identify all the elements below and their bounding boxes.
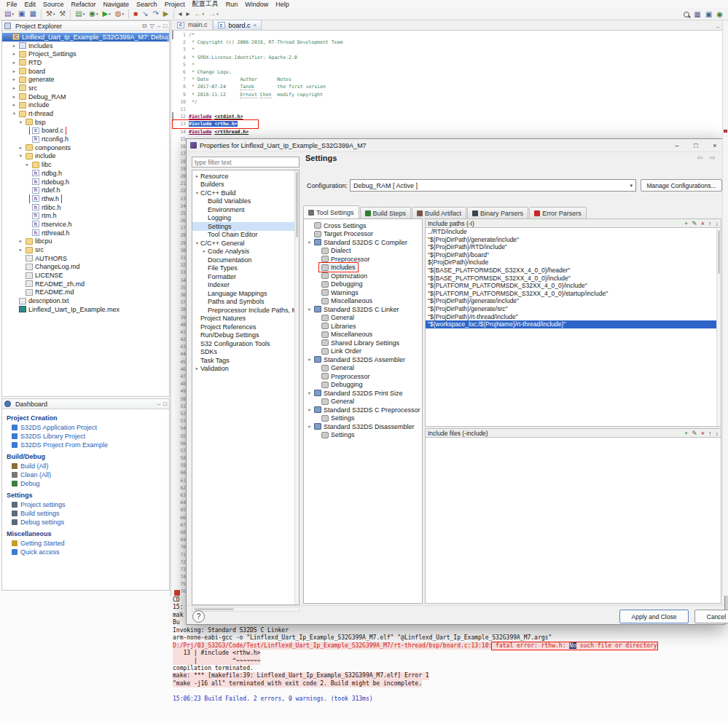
twist-collapsed-icon[interactable]: ▸ <box>11 85 17 91</box>
step-over-icon[interactable]: ↷ <box>151 9 160 20</box>
tool-miscellaneous[interactable]: Miscellaneous <box>304 297 422 306</box>
maximize-view-icon[interactable]: □ <box>163 23 167 29</box>
dashboard-item-debug-settings[interactable]: Debug settings <box>5 518 166 527</box>
new-wizard-icon[interactable]: ▤▾ <box>3 9 15 20</box>
tree-item-rtdebug-h[interactable]: hrtdebug.h <box>2 178 169 186</box>
overview-ruler[interactable] <box>722 20 728 596</box>
prefs-nav-project-natures[interactable]: Project Natures <box>192 315 299 323</box>
dashboard-item-quick-access[interactable]: Quick access <box>5 548 166 556</box>
tool-cross-settings[interactable]: Cross Settings <box>304 221 422 230</box>
include-files-list[interactable] <box>425 438 721 604</box>
tree-item-include[interactable]: ▸include <box>2 101 169 110</box>
twist-expanded-icon[interactable]: ▾ <box>11 111 17 117</box>
apply-and-close-button[interactable]: Apply and Close <box>619 610 689 623</box>
include-path-11[interactable]: "${ProjDirPath}/rt-thread/include" <box>426 313 721 321</box>
prefs-nav-resource[interactable]: ▸Resource <box>192 172 299 181</box>
tool-debugging[interactable]: Debugging <box>304 280 422 289</box>
dialog-titlebar[interactable]: Properties for Linflexd_Uart_Ip_Example_… <box>187 139 724 152</box>
menu-source[interactable]: Source <box>39 1 68 8</box>
include-paths-scrollbar[interactable] <box>716 229 721 426</box>
tree-item-rtlibc-h[interactable]: hrtlibc.h <box>2 203 169 212</box>
delete-icon[interactable]: × <box>701 220 705 227</box>
error-marker-icon[interactable] <box>724 130 727 133</box>
dashboard-item-debug[interactable]: Debug <box>5 479 166 488</box>
search-icon[interactable] <box>682 9 691 20</box>
include-path-3[interactable]: "${ProjDirPath}/board" <box>426 251 721 259</box>
tree-item-rtdbg-h[interactable]: hrtdbg.h <box>2 169 169 178</box>
prefs-nav-paths-and-symbols[interactable]: Paths and Symbols <box>192 298 299 307</box>
twist-collapsed-icon[interactable]: ▸ <box>24 162 31 168</box>
tool-general[interactable]: General <box>304 364 422 373</box>
settings-tab-binary-parsers[interactable]: Binary Parsers <box>467 207 528 218</box>
tree-item-rtdef-h[interactable]: hrtdef.h <box>2 186 169 194</box>
prefs-nav-project-references[interactable]: Project References <box>192 323 299 331</box>
settings-tab-tool-settings[interactable]: Tool Settings <box>303 205 359 218</box>
add-icon[interactable]: + <box>684 430 688 437</box>
tree-item-bsp[interactable]: ▾bsp <box>2 118 169 127</box>
edit-icon[interactable]: ✎ <box>692 220 697 227</box>
prefs-nav-c-c-build[interactable]: ▾C/C++ Build <box>192 189 299 197</box>
dashboard-item-project-settings[interactable]: Project settings <box>5 500 166 509</box>
tree-item-rt-thread[interactable]: ▾rt-thread <box>2 109 169 118</box>
tree-item-linflexd-uart-ip-example-mex[interactable]: Linflexd_Uart_Ip_Example.mex <box>2 305 169 314</box>
tree-item-readme-zh-md[interactable]: README_zh.md <box>2 280 169 288</box>
prefs-nav-task-tags[interactable]: Task Tags <box>192 356 299 365</box>
include-path-2[interactable]: "${ProjDirPath}/RTD/include" <box>426 243 721 251</box>
open-perspective-icon[interactable]: ▦ <box>692 9 702 20</box>
menu-file[interactable]: File <box>3 1 21 8</box>
twist-collapsed-icon[interactable]: ▸ <box>17 145 24 151</box>
tool-settings[interactable]: Settings <box>304 414 422 423</box>
tool-debugging[interactable]: Debugging <box>304 381 422 390</box>
tool-link-order[interactable]: Link Order <box>304 347 422 356</box>
tree-item-changelog-md[interactable]: ChangeLog.md <box>2 263 169 272</box>
prefs-nav-language-mappings[interactable]: Language Mappings <box>192 289 299 298</box>
menu-refactor[interactable]: Refactor <box>68 1 100 8</box>
tree-item-src[interactable]: ▸src <box>2 84 169 92</box>
prefs-nav-run-debug-settings[interactable]: Run/Debug Settings <box>192 331 299 340</box>
configuration-dropdown[interactable]: Debug_RAM [ Active ] ▾ <box>350 179 636 192</box>
prefs-nav-formatter[interactable]: Formatter <box>192 272 299 281</box>
close-tab-icon[interactable]: × <box>254 22 257 28</box>
tree-item-linflexd-uart-ip-example-s32g399a-m7-debug-ram[interactable]: ▾CLinflexd_Uart_Ip_Example_S32G399A_M7: … <box>2 33 169 42</box>
tree-item-rtconfig-h[interactable]: hrtconfig.h <box>2 135 169 143</box>
minimize-view-icon[interactable]: – <box>157 401 160 407</box>
include-path-8[interactable]: "${PLATFORM_PLATFORMSDK_S32XX_4_0_0}/sta… <box>426 290 721 298</box>
move-up-icon[interactable]: ↑ <box>708 220 712 227</box>
tree-item-generate[interactable]: ▸generate <box>2 75 169 84</box>
manage-configurations-button[interactable]: Manage Configurations... <box>641 179 722 192</box>
twist-collapsed-icon[interactable]: ▸ <box>11 94 17 100</box>
tree-item-rtm-h[interactable]: hrtm.h <box>2 211 169 220</box>
tool-libraries[interactable]: Libraries <box>304 322 422 331</box>
tree-item-src[interactable]: ▸src <box>2 245 169 254</box>
tool-general[interactable]: General <box>304 398 422 406</box>
help-button[interactable]: ? <box>192 610 205 623</box>
settings-tab-build-artifact[interactable]: Build Artifact <box>412 207 466 218</box>
dashboard-item-getting-started[interactable]: Getting Started <box>5 539 166 548</box>
tree-item-authors[interactable]: AUTHORS <box>2 254 169 263</box>
tool-preprocessor[interactable]: Preprocessor <box>304 255 422 264</box>
tree-item-debug-ram[interactable]: ▸Debug_RAM <box>2 92 169 101</box>
prefs-nav-sdks[interactable]: SDKs <box>192 348 299 357</box>
twist-collapsed-icon[interactable]: ▸ <box>17 238 24 244</box>
back-icon[interactable]: ←▾ <box>193 9 206 20</box>
tree-item-libcpu[interactable]: ▸libcpu <box>2 237 169 246</box>
new-source-icon[interactable]: ▤▾ <box>74 9 86 20</box>
debug-icon[interactable]: ◉▾ <box>87 9 99 20</box>
menu-window[interactable]: Window <box>241 1 272 8</box>
maximize-view-icon[interactable]: □ <box>163 401 167 407</box>
step-into-icon[interactable]: ↘ <box>141 9 149 20</box>
tool-standard-s32ds-print-size[interactable]: ▾Standard S32DS Print Size <box>304 389 422 398</box>
twist-expanded-icon[interactable]: ▾ <box>17 153 24 159</box>
twist-collapsed-icon[interactable]: ▸ <box>11 60 17 66</box>
twist-expanded-icon[interactable]: ▾ <box>4 34 11 40</box>
tool-settings[interactable]: Settings <box>304 431 422 440</box>
tool-preprocessor[interactable]: Preprocessor <box>304 372 422 381</box>
settings-tab-error-parsers[interactable]: Error Parsers <box>529 207 587 218</box>
tree-item-rtthread-h[interactable]: hrtthread.h <box>2 229 169 237</box>
prev-annotation-icon[interactable]: ◂ <box>177 9 184 20</box>
build-all-icon[interactable]: ⚒ <box>58 9 67 20</box>
prefs-nav-logging[interactable]: Logging <box>192 214 299 223</box>
menu-navigate[interactable]: Navigate <box>100 1 133 8</box>
prefs-nav-file-types[interactable]: File Types <box>192 264 299 273</box>
twist-collapsed-icon[interactable]: ▸ <box>11 43 17 49</box>
